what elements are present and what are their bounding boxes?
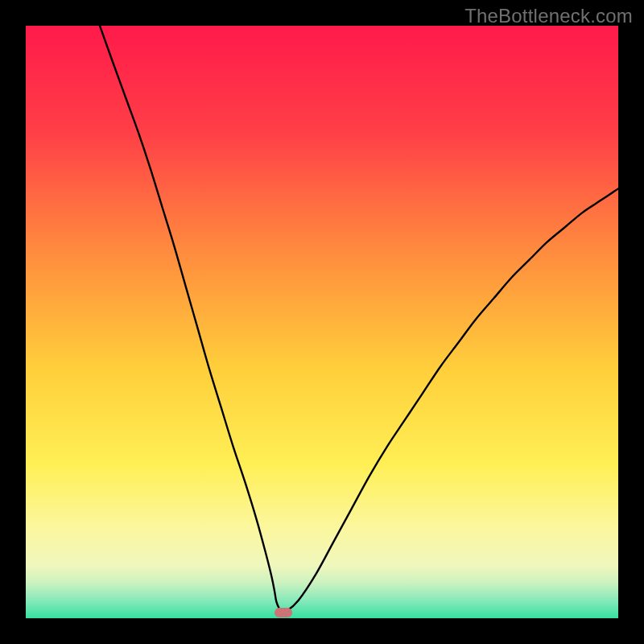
- optimal-marker: [275, 608, 292, 617]
- plot-area: [26, 26, 618, 618]
- chart-frame: TheBottleneck.com: [0, 0, 644, 644]
- bottleneck-curve: [26, 26, 618, 618]
- watermark-text: TheBottleneck.com: [464, 5, 633, 27]
